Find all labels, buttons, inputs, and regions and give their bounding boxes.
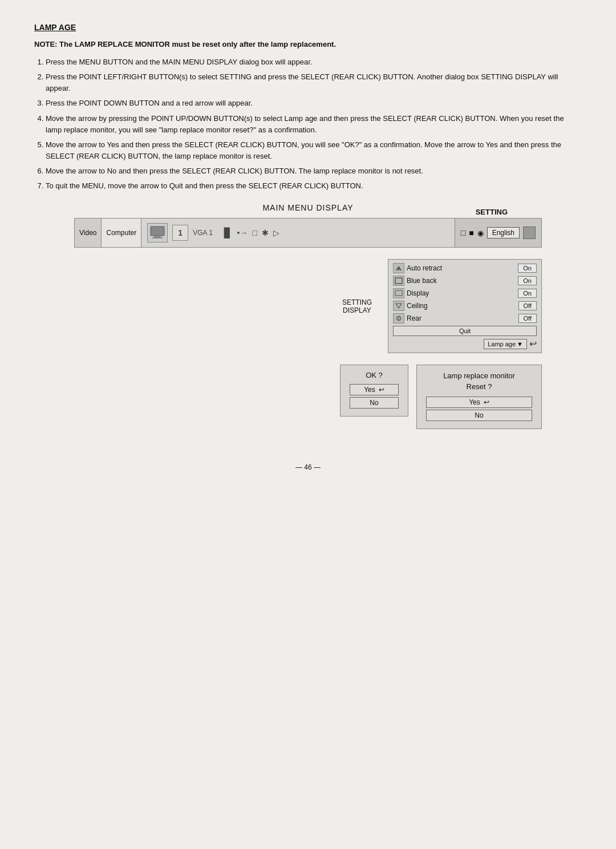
setting-label-float: SETTING — [476, 208, 508, 216]
instruction-5: Move the arrow to Yes and then press the… — [46, 139, 582, 162]
menu-bar-wrapper: SETTING Video Computer 1 — [74, 218, 542, 248]
diagram-section: MAIN MENU DISPLAY SETTING Video Computer — [34, 203, 582, 428]
lamp-age-row: Lamp age ▼ ↩ — [393, 338, 537, 349]
screen-icon: □ — [461, 228, 465, 237]
setting-section: □ ■ ◉ English — [455, 219, 541, 247]
computer-icon — [147, 223, 168, 242]
ceiling-label: Ceiling — [407, 302, 516, 310]
reset-dialog-title: Lamp replace monitor Reset ? — [426, 371, 532, 391]
auto-retract-row: Auto retract On — [393, 263, 537, 273]
display-icon — [393, 288, 404, 298]
reset-dialog: Lamp replace monitor Reset ? Yes ↩ No — [416, 365, 542, 428]
blue-back-row: Blue back On — [393, 276, 537, 286]
svg-rect-1 — [154, 236, 161, 237]
grid-icon: ✱ — [262, 228, 269, 237]
note: NOTE: The LAMP REPLACE MONITOR must be r… — [34, 40, 582, 48]
lamp-age-label: Lamp age — [488, 341, 516, 347]
page-number: — 46 — — [34, 463, 582, 471]
ceiling-icon — [393, 301, 404, 311]
instruction-1: Press the MENU BUTTON and the MAIN MENU … — [46, 56, 582, 68]
reset-yes-btn[interactable]: Yes ↩ — [426, 397, 532, 408]
rear-row: ⓘ Rear Off — [393, 313, 537, 324]
blue-back-label: Blue back — [407, 277, 516, 285]
ok-dialog-title: OK ? — [350, 371, 399, 379]
volume-icon: ◉ — [477, 229, 484, 237]
diagrams-row: SETTING DISPLAY Auto retract On Blue bac… — [74, 259, 542, 353]
instruction-7: To quit the MENU, move the arrow to Quit… — [46, 180, 582, 192]
diagram-title: MAIN MENU DISPLAY — [262, 203, 353, 212]
blue-back-icon — [393, 276, 404, 286]
reset-yes-arrow: ↩ — [484, 398, 489, 406]
vga-label: VGA 1 — [193, 229, 213, 237]
reset-no-btn[interactable]: No — [426, 410, 532, 421]
rear-label: Rear — [407, 314, 516, 322]
ok-yes-label: Yes — [364, 386, 375, 394]
bottom-dialogs: OK ? Yes ↩ No Lamp replace monitor Reset… — [74, 365, 542, 428]
tab-computer[interactable]: Computer — [102, 219, 141, 247]
blue-back-value: On — [518, 276, 537, 285]
move-icon: •→ — [237, 228, 248, 237]
tab-computer-label: Computer — [106, 229, 136, 237]
lamp-age-select[interactable]: Lamp age ▼ — [484, 339, 527, 349]
auto-retract-value: On — [518, 264, 537, 273]
bars-icon: ▐▌ — [221, 228, 233, 238]
reset-yes-label: Yes — [469, 398, 480, 406]
quit-btn[interactable]: Quit — [393, 326, 537, 336]
setting-display-left-label: SETTING DISPLAY — [325, 259, 376, 353]
instruction-6: Move the arrow to No and then press the … — [46, 165, 582, 177]
main-menu-bar: Video Computer 1 VGA 1 ▐▌ — [74, 218, 542, 248]
instruction-4: Move the arrow by pressing the POINT UP/… — [46, 113, 582, 136]
ceiling-value: Off — [518, 301, 537, 310]
auto-retract-label: Auto retract — [407, 264, 516, 272]
instruction-2: Press the POINT LEFT/RIGHT BUTTON(s) to … — [46, 71, 582, 94]
auto-retract-icon — [393, 263, 404, 273]
speaker-icon: ■ — [469, 228, 473, 237]
ok-dialog: OK ? Yes ↩ No — [340, 365, 408, 417]
dropdown-arrow: ▼ — [517, 341, 523, 347]
keystone-icon: □ — [252, 228, 257, 237]
svg-rect-6 — [396, 292, 401, 294]
enter-arrow: ↩ — [529, 338, 537, 349]
tab-video[interactable]: Video — [75, 219, 102, 247]
instructions-section: Press the MENU BUTTON and the MAIN MENU … — [34, 56, 582, 192]
display-row: Display On — [393, 288, 537, 298]
svg-rect-7 — [397, 303, 400, 304]
ok-no-btn[interactable]: No — [350, 397, 399, 409]
english-btn[interactable]: English — [487, 227, 520, 238]
rear-icon: ⓘ — [393, 313, 404, 324]
svg-rect-0 — [151, 227, 164, 236]
num-box: 1 — [172, 225, 188, 241]
svg-rect-4 — [395, 278, 402, 284]
svg-rect-2 — [152, 237, 163, 238]
gray-square — [523, 227, 536, 239]
rear-value: Off — [518, 314, 537, 323]
instruction-3: Press the POINT DOWN BUTTON and a red ar… — [46, 98, 582, 109]
svg-rect-3 — [398, 269, 400, 270]
ok-yes-arrow: ↩ — [379, 386, 384, 394]
ceiling-row: Ceiling Off — [393, 301, 537, 311]
menu-icons-area: 1 VGA 1 ▐▌ •→ □ ✱ ▷ — [141, 219, 455, 247]
page-title: LAMP AGE — [34, 23, 582, 32]
tab-video-label: Video — [79, 229, 96, 237]
triangle-icon: ▷ — [273, 228, 279, 237]
ok-yes-btn[interactable]: Yes ↩ — [350, 384, 399, 395]
setting-display-panel: Auto retract On Blue back On Display On — [388, 259, 542, 353]
display-label: Display — [407, 289, 516, 297]
display-value: On — [518, 289, 537, 298]
